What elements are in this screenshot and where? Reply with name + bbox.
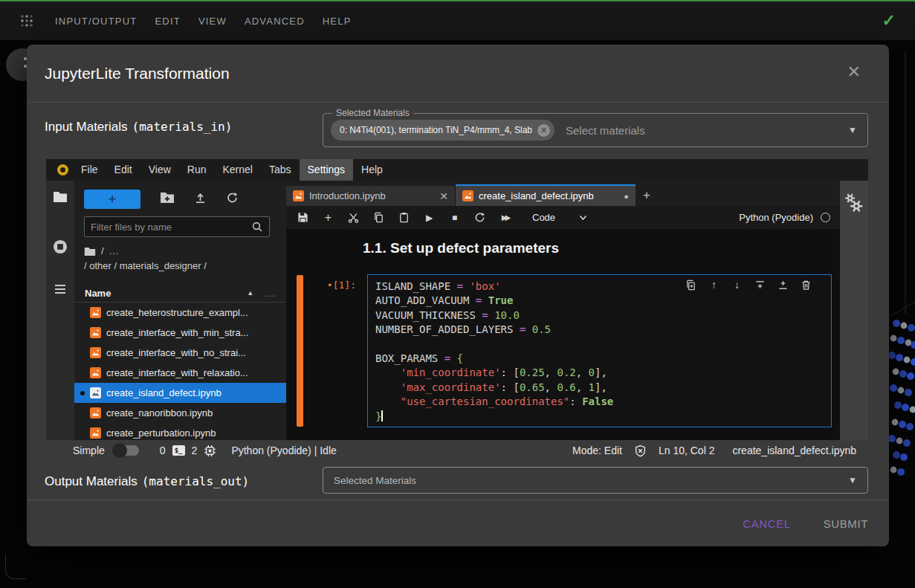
- open-file-dot: [80, 391, 85, 395]
- terminals-count: 0: [160, 445, 166, 456]
- app-logo-icon[interactable]: [18, 12, 36, 30]
- cell-toolbar: ↑ ↓: [685, 280, 812, 291]
- file-list-item[interactable]: create_interface_with_no_strai...: [74, 343, 286, 363]
- file-list-item[interactable]: create_interface_with_relaxatio...: [74, 363, 286, 383]
- move-cell-down-icon[interactable]: ↓: [731, 280, 743, 291]
- simple-mode-toggle[interactable]: [114, 445, 139, 456]
- insert-cell-above-icon[interactable]: [754, 280, 766, 291]
- file-list-item[interactable]: create_perturbation.ipynb: [74, 423, 286, 440]
- cut-icon[interactable]: [348, 212, 359, 223]
- breadcrumb: / ... / other / materials_designer /: [84, 244, 286, 274]
- run-icon[interactable]: ▶: [424, 212, 435, 223]
- insert-cell-below-icon[interactable]: [777, 280, 789, 291]
- notebook-content: 1.1. Set up defect parameters •[1]: ISLA…: [286, 229, 840, 440]
- file-list-item[interactable]: create_heterostructure_exampl...: [74, 303, 286, 323]
- lab-menu-item[interactable]: Run: [179, 159, 215, 181]
- dialog-title: JupyterLite Transformation: [45, 65, 230, 83]
- tab-close-icon[interactable]: ✕: [439, 190, 448, 202]
- notebook-file-icon: [90, 327, 101, 338]
- background-3d-viewer: [889, 40, 915, 588]
- status-check-icon: ✓: [882, 11, 896, 30]
- input-materials-select[interactable]: Selected Materials 0: N4Ti4(001), termin…: [323, 113, 868, 147]
- paste-icon[interactable]: [398, 212, 410, 223]
- tab-create-island-defect[interactable]: create_island_defect.ipynb ●: [456, 184, 636, 206]
- cell-collapser[interactable]: [297, 275, 303, 427]
- lab-menu-item[interactable]: Kernel: [214, 159, 260, 181]
- filter-files-input[interactable]: [91, 222, 251, 233]
- lab-menu-item[interactable]: Edit: [106, 159, 140, 181]
- add-cell-icon[interactable]: +: [323, 212, 334, 223]
- lab-status-bar: Simple 0 $_ 2 Python (Pyodide) | Idle Mo…: [46, 440, 868, 461]
- cell-type-dropdown[interactable]: Code: [532, 212, 587, 223]
- top-menu-item[interactable]: EDIT: [155, 16, 180, 27]
- restart-kernel-icon[interactable]: [474, 212, 485, 223]
- breadcrumb-path[interactable]: / other / materials_designer /: [84, 259, 286, 274]
- new-folder-icon[interactable]: [160, 192, 175, 204]
- column-header-name[interactable]: Name: [85, 288, 111, 299]
- settings-gears-icon[interactable]: [844, 193, 864, 213]
- breadcrumb-root[interactable]: /: [101, 244, 104, 259]
- submit-button[interactable]: SUBMIT: [824, 517, 868, 530]
- terminal-icon[interactable]: $_: [172, 445, 185, 456]
- chip-delete-icon[interactable]: ✕: [537, 124, 550, 137]
- upload-icon[interactable]: [194, 192, 207, 204]
- kernel-indicator[interactable]: Python (Pyodide): [739, 212, 830, 223]
- code-editor[interactable]: ISLAND_SHAPE = 'box'AUTO_ADD_VACUUM = Tr…: [367, 274, 832, 427]
- file-list-item[interactable]: create_nanoribbon.ipynb: [74, 403, 286, 423]
- kernel-name: Python (Pyodide): [739, 212, 813, 223]
- column-options-icon[interactable]: ...: [265, 288, 276, 299]
- file-list: create_heterostructure_exampl... create_…: [74, 303, 286, 440]
- file-list-item[interactable]: create_interface_with_min_stra...: [74, 323, 286, 343]
- dialog-actions: CANCEL SUBMIT: [27, 500, 889, 546]
- jupyterlab-logo-icon[interactable]: [57, 164, 68, 175]
- run-all-icon[interactable]: ▶▶: [499, 212, 511, 223]
- output-materials-select[interactable]: Selected Materials ▼: [323, 467, 868, 494]
- notebook-file-icon: [90, 427, 101, 439]
- notebook-file-icon: [90, 367, 101, 378]
- notebook-file-icon: [90, 407, 101, 419]
- copy-icon[interactable]: [373, 212, 384, 223]
- dialog-header: JupyterLite Transformation ✕: [27, 45, 889, 103]
- top-menu-item[interactable]: ADVANCED: [245, 16, 305, 27]
- top-menu-item[interactable]: HELP: [323, 16, 352, 27]
- move-cell-up-icon[interactable]: ↑: [708, 280, 720, 291]
- file-list-header[interactable]: Name ▲ ...: [74, 284, 286, 303]
- notebook-file-icon: [462, 190, 473, 201]
- top-menu-bar: INPUT/OUTPUT EDIT VIEW ADVANCED HELP ✓: [0, 0, 915, 40]
- material-chip[interactable]: 0: N4Ti4(001), termination TiN_P4/mmm_4,…: [331, 120, 555, 140]
- dialog-close-icon[interactable]: ✕: [847, 64, 861, 80]
- file-list-item[interactable]: create_island_defect.ipynb: [74, 383, 286, 403]
- kernels-count: 2: [192, 445, 198, 456]
- kernel-status-text[interactable]: Python (Pyodide) | Idle: [231, 445, 336, 456]
- add-tab-button[interactable]: +: [636, 186, 658, 206]
- new-launcher-button[interactable]: +: [84, 190, 140, 209]
- kernel-chip-icon[interactable]: [204, 445, 216, 457]
- sort-ascending-icon[interactable]: ▲: [247, 289, 253, 297]
- lab-menu-item[interactable]: File: [73, 159, 106, 181]
- dropdown-arrow-icon[interactable]: ▼: [848, 125, 857, 135]
- home-folder-icon[interactable]: [84, 247, 96, 256]
- mode-indicator[interactable]: Mode: Edit: [572, 445, 622, 456]
- lab-menu-item[interactable]: Help: [353, 159, 391, 181]
- stop-icon[interactable]: ■: [449, 212, 460, 223]
- refresh-icon[interactable]: [226, 192, 239, 204]
- save-icon[interactable]: [297, 212, 308, 223]
- lab-menu-item[interactable]: Settings: [300, 159, 354, 181]
- dropdown-arrow-icon[interactable]: ▼: [848, 475, 857, 485]
- table-of-contents-tab-icon[interactable]: [53, 282, 68, 297]
- cursor-position[interactable]: Ln 10, Col 2: [659, 445, 715, 456]
- delete-cell-icon[interactable]: [801, 280, 812, 291]
- trust-shield-icon[interactable]: [634, 445, 647, 457]
- tab-introduction[interactable]: Introduction.ipynb ✕: [286, 186, 456, 206]
- top-menu-item[interactable]: VIEW: [198, 16, 227, 27]
- lab-menu-item[interactable]: Tabs: [261, 159, 300, 181]
- running-sessions-tab-icon[interactable]: [52, 239, 68, 255]
- jupyterlab-widget: File Edit View Run Kernel Tabs Settings …: [46, 159, 868, 440]
- breadcrumb-ellipsis[interactable]: ...: [109, 244, 120, 259]
- duplicate-cell-icon[interactable]: [685, 280, 696, 291]
- lab-menu-item[interactable]: View: [140, 159, 179, 181]
- cancel-button[interactable]: CANCEL: [743, 517, 790, 530]
- top-menu-item[interactable]: INPUT/OUTPUT: [55, 16, 137, 27]
- file-browser-tab-icon[interactable]: [53, 191, 68, 203]
- active-file-name: create_island_defect.ipynb: [732, 445, 856, 456]
